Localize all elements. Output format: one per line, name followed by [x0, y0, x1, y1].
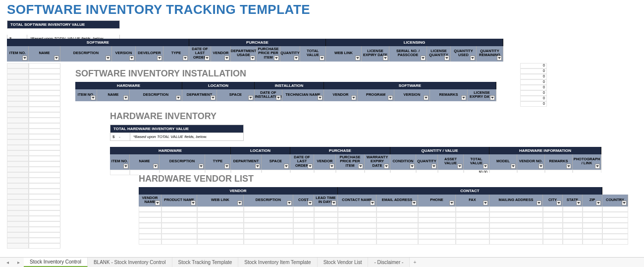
table-cell[interactable] [314, 239, 338, 245]
table-cell[interactable] [7, 156, 29, 161]
filter-dropdown-icon[interactable] [176, 95, 181, 100]
table-cell[interactable] [7, 68, 29, 74]
table-cell[interactable] [314, 228, 338, 234]
filter-dropdown-icon[interactable] [576, 200, 581, 205]
table-cell[interactable] [29, 156, 60, 161]
table-cell[interactable] [244, 239, 293, 245]
column-header[interactable]: WEB LINK [326, 46, 362, 62]
table-cell[interactable] [139, 217, 161, 223]
table-cell[interactable] [543, 234, 563, 239]
table-cell[interactable] [376, 234, 418, 239]
column-header[interactable]: COUNTRY [602, 195, 628, 206]
table-cell[interactable] [139, 223, 161, 228]
sheet-tab[interactable]: Stock Tracking Template [172, 258, 239, 267]
table-cell[interactable] [293, 223, 314, 228]
column-header[interactable]: DATE OF LAST ORDER [290, 154, 314, 170]
filter-dropdown-icon[interactable] [123, 164, 128, 169]
table-cell[interactable] [602, 217, 628, 223]
filter-dropdown-icon[interactable] [183, 56, 188, 61]
table-cell[interactable] [29, 216, 60, 221]
column-header[interactable]: WEB LINK [197, 195, 244, 206]
table-cell[interactable] [418, 217, 456, 223]
table-cell[interactable] [7, 161, 29, 167]
filter-dropdown-icon[interactable] [351, 95, 356, 100]
column-header[interactable]: NAME [130, 154, 160, 170]
filter-dropdown-icon[interactable] [191, 200, 196, 205]
tab-add-button[interactable]: + [410, 258, 420, 267]
table-cell[interactable] [602, 206, 628, 212]
column-header[interactable]: DESCRIPTION [60, 46, 112, 62]
qty-remaining-cell[interactable]: 0 [520, 68, 547, 74]
table-cell[interactable] [29, 200, 60, 205]
table-cell[interactable] [244, 228, 293, 234]
table-cell[interactable] [244, 212, 293, 217]
filter-dropdown-icon[interactable] [320, 56, 324, 61]
table-cell[interactable] [161, 234, 197, 239]
table-cell[interactable] [489, 223, 543, 228]
table-cell[interactable] [456, 228, 489, 234]
table-cell[interactable] [338, 239, 376, 245]
table-cell[interactable] [7, 123, 29, 129]
table-cell[interactable] [29, 74, 60, 79]
table-cell[interactable] [29, 139, 60, 145]
column-header[interactable]: PURCHASE PRICE PER ITEM [257, 46, 280, 62]
column-header[interactable]: CITY [543, 195, 563, 206]
table-cell[interactable] [583, 212, 602, 217]
filter-dropdown-icon[interactable] [595, 164, 600, 169]
table-cell[interactable] [110, 170, 130, 175]
qty-remaining-cell[interactable]: 0 [520, 96, 547, 101]
table-cell[interactable] [314, 212, 338, 217]
filter-dropdown-icon[interactable] [157, 56, 162, 61]
filter-dropdown-icon[interactable] [331, 200, 336, 205]
column-header[interactable]: MODEL [489, 154, 517, 170]
table-cell[interactable] [161, 212, 197, 217]
table-cell[interactable] [29, 85, 60, 90]
column-header[interactable]: ASSET VALUE [438, 154, 464, 170]
table-cell[interactable] [563, 234, 583, 239]
table-cell[interactable] [338, 212, 376, 217]
table-cell[interactable] [456, 217, 489, 223]
table-cell[interactable] [7, 129, 29, 134]
filter-dropdown-icon[interactable] [358, 164, 363, 169]
filter-dropdown-icon[interactable] [424, 95, 429, 100]
table-cell[interactable] [338, 234, 376, 239]
table-cell[interactable] [29, 221, 60, 227]
table-cell[interactable] [7, 107, 29, 112]
column-header[interactable]: ITEM NO. [75, 89, 97, 101]
column-header[interactable]: VENDOR NO. [517, 154, 545, 170]
column-header[interactable]: REMARKS [430, 89, 468, 101]
sheet-tab[interactable]: Stock Vendor List [318, 258, 369, 267]
table-cell[interactable] [602, 212, 628, 217]
table-cell[interactable] [29, 107, 60, 112]
column-header[interactable]: NAME [29, 46, 60, 62]
table-cell[interactable] [583, 206, 602, 212]
table-cell[interactable] [543, 228, 563, 234]
column-header[interactable]: DESCRIPTION [244, 195, 293, 206]
column-header[interactable]: EMAIL ADDRESS [376, 195, 418, 206]
table-cell[interactable] [139, 239, 161, 245]
table-cell[interactable] [7, 238, 29, 243]
table-cell[interactable] [563, 223, 583, 228]
table-cell[interactable] [602, 223, 628, 228]
filter-dropdown-icon[interactable] [106, 56, 110, 61]
table-cell[interactable] [161, 217, 197, 223]
filter-dropdown-icon[interactable] [248, 95, 253, 100]
filter-dropdown-icon[interactable] [444, 56, 449, 61]
table-cell[interactable] [7, 178, 29, 183]
table-cell[interactable] [7, 205, 29, 210]
table-cell[interactable] [563, 212, 583, 217]
table-cell[interactable] [161, 223, 197, 228]
table-cell[interactable] [314, 223, 338, 228]
table-cell[interactable] [376, 212, 418, 217]
table-cell[interactable] [376, 239, 418, 245]
table-cell[interactable] [197, 234, 244, 239]
column-header[interactable]: DEVELOPER [136, 46, 163, 62]
table-cell[interactable] [602, 228, 628, 234]
table-cell[interactable] [543, 212, 563, 217]
table-cell[interactable] [602, 234, 628, 239]
table-cell[interactable] [244, 234, 293, 239]
filter-dropdown-icon[interactable] [22, 56, 27, 61]
table-cell[interactable] [543, 223, 563, 228]
table-cell[interactable] [139, 206, 161, 212]
filter-dropdown-icon[interactable] [294, 56, 299, 61]
